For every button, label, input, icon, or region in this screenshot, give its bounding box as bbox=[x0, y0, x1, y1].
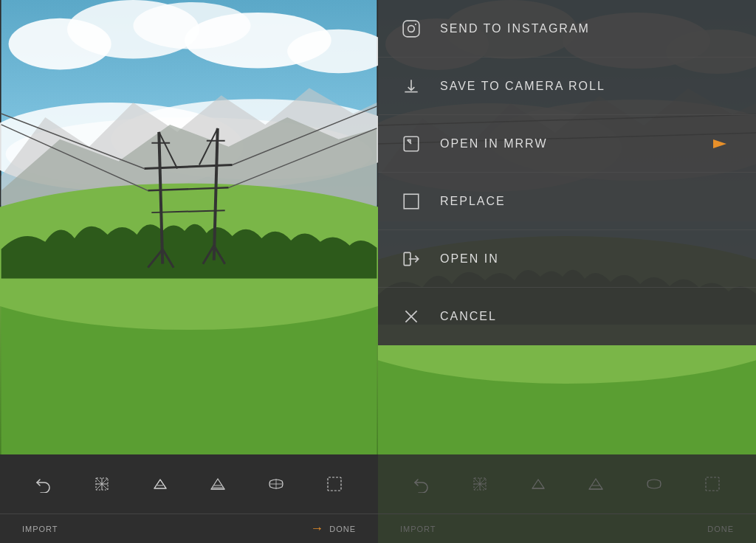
right-done-label[interactable]: DONE bbox=[707, 525, 734, 533]
right-toolbar: IMPORT DONE bbox=[378, 454, 756, 543]
open-in-label: OPEN IN bbox=[440, 252, 734, 266]
svg-rect-79 bbox=[706, 477, 719, 491]
replace-button[interactable]: REPLACE bbox=[378, 173, 756, 230]
send-to-instagram-label: SEND TO INSTAGRAM bbox=[440, 22, 734, 35]
done-arrow-icon: → bbox=[310, 521, 323, 536]
right-undo-icon[interactable] bbox=[407, 469, 436, 499]
left-toolbar-icons bbox=[0, 454, 378, 513]
left-toolbar-labels: IMPORT → DONE bbox=[0, 513, 378, 543]
svg-marker-76 bbox=[589, 479, 602, 489]
dashed-frame-icon[interactable] bbox=[320, 469, 349, 499]
svg-rect-60 bbox=[403, 21, 419, 37]
right-dashed-frame-icon[interactable] bbox=[698, 469, 727, 499]
perspective-3d-icon[interactable] bbox=[145, 469, 175, 499]
right-perspective-grid-1-icon[interactable] bbox=[465, 469, 495, 499]
open-in-mrrw-label: OPEN IN MRRW bbox=[440, 137, 695, 151]
svg-marker-64 bbox=[713, 139, 726, 148]
svg-point-8 bbox=[133, 2, 250, 49]
left-panel: IMPORT → DONE bbox=[0, 0, 378, 543]
warp-icon[interactable] bbox=[261, 469, 291, 499]
svg-marker-36 bbox=[154, 480, 166, 488]
right-toolbar-icons bbox=[378, 454, 756, 513]
right-toolbar-labels: IMPORT DONE bbox=[378, 513, 756, 543]
svg-line-40 bbox=[160, 480, 166, 488]
save-to-camera-roll-button[interactable]: SAVE TO CAMERA ROLL bbox=[378, 58, 756, 115]
instagram-icon bbox=[400, 19, 422, 38]
cancel-button[interactable]: CANCEL bbox=[378, 288, 756, 345]
replace-label: REPLACE bbox=[440, 195, 734, 208]
right-panel: SEND TO INSTAGRAM SAVE TO CAMERA ROLL OP… bbox=[378, 0, 756, 543]
left-toolbar: IMPORT → DONE bbox=[0, 454, 378, 543]
undo-icon[interactable] bbox=[29, 469, 58, 499]
open-in-mrrw-button[interactable]: OPEN IN MRRW bbox=[378, 115, 756, 173]
svg-marker-74 bbox=[532, 480, 544, 488]
grid-perspective-icon[interactable] bbox=[203, 469, 233, 499]
svg-rect-47 bbox=[328, 477, 341, 491]
perspective-grid-1-icon[interactable] bbox=[87, 469, 117, 499]
done-container: → DONE bbox=[310, 521, 356, 536]
mrrw-arrow-icon bbox=[713, 135, 734, 153]
close-icon bbox=[400, 307, 422, 326]
import-label[interactable]: IMPORT bbox=[22, 525, 58, 533]
save-camera-roll-label: SAVE TO CAMERA ROLL bbox=[440, 80, 734, 93]
svg-line-39 bbox=[154, 480, 160, 488]
open-in-mrrw-icon bbox=[400, 134, 422, 153]
replace-icon bbox=[400, 192, 422, 211]
right-import-label[interactable]: IMPORT bbox=[400, 525, 436, 533]
right-perspective-3d-icon[interactable] bbox=[523, 469, 553, 499]
menu-overlay: SEND TO INSTAGRAM SAVE TO CAMERA ROLL OP… bbox=[378, 0, 756, 345]
right-grid-perspective-icon[interactable] bbox=[581, 469, 611, 499]
svg-point-61 bbox=[408, 25, 415, 32]
cancel-label: CANCEL bbox=[440, 310, 734, 323]
done-label[interactable]: DONE bbox=[329, 525, 356, 533]
open-in-button[interactable]: OPEN IN bbox=[378, 230, 756, 288]
export-icon bbox=[400, 249, 422, 269]
left-image-area bbox=[0, 0, 378, 454]
download-icon bbox=[400, 77, 422, 96]
svg-rect-65 bbox=[404, 194, 419, 209]
send-to-instagram-button[interactable]: SEND TO INSTAGRAM bbox=[378, 0, 756, 58]
right-warp-icon[interactable] bbox=[639, 469, 669, 499]
svg-point-62 bbox=[415, 23, 416, 24]
